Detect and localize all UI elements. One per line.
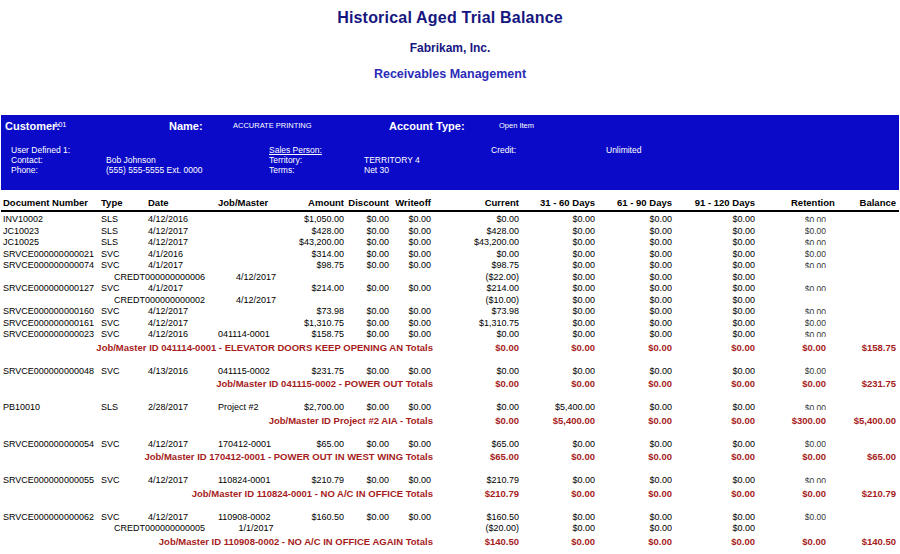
cell-d31_60: $0.00 bbox=[521, 249, 597, 261]
credit-subrow: CREDT0000000000064/12/2017($22.00)$0.00$… bbox=[1, 272, 899, 284]
column-header-d31_60: 31 - 60 Days bbox=[521, 195, 597, 210]
cell-discount: $0.00 bbox=[346, 402, 391, 414]
cell-current: ($22.00) bbox=[433, 272, 521, 284]
total-d91-120: $0.00 bbox=[674, 487, 757, 500]
total-d61-90: $0.00 bbox=[597, 450, 674, 463]
cell-d31-60: $0.00 bbox=[521, 295, 597, 307]
cell-amount: $43,200.00 bbox=[296, 237, 346, 249]
aging-table: Document NumberTypeDateJob/MasterAmountD… bbox=[1, 195, 899, 548]
cell-job bbox=[216, 306, 296, 318]
cell-current: $98.75 bbox=[433, 260, 521, 272]
total-d31-60: $0.00 bbox=[521, 487, 597, 500]
cell-doc: SRVCE000000000021 bbox=[1, 249, 99, 261]
cell-discount: $0.00 bbox=[346, 475, 391, 487]
cell-current: ($10.00) bbox=[433, 295, 521, 307]
cell-discount: $0.00 bbox=[346, 237, 391, 249]
cell-current: $43,200.00 bbox=[433, 237, 521, 249]
retention-clipped-value: $0.00 bbox=[805, 367, 826, 374]
cell-current: $0.00 bbox=[433, 402, 521, 414]
cell-date: 4/13/2016 bbox=[146, 366, 216, 378]
cell-d61-90: $0.00 bbox=[597, 272, 674, 284]
cell-balance bbox=[828, 329, 898, 341]
cell-date: 4/1/2017 bbox=[146, 283, 216, 295]
cell-d31_60: $5,400.00 bbox=[521, 402, 597, 414]
total-current: $0.00 bbox=[433, 414, 521, 427]
table-row: SRVCE000000000062SVC4/12/2017110908-0002… bbox=[1, 512, 899, 524]
cell-current: $210.79 bbox=[433, 475, 521, 487]
cell-date: 4/12/2017 bbox=[146, 512, 216, 524]
total-retention: $300.00 bbox=[757, 414, 828, 427]
table-header-row: Document NumberTypeDateJob/MasterAmountD… bbox=[1, 195, 899, 212]
cell-d31_60: $0.00 bbox=[521, 366, 597, 378]
cell-retention: $0.00 bbox=[757, 237, 828, 249]
total-balance: $65.00 bbox=[828, 450, 898, 463]
cell-retention: $0.00 bbox=[757, 306, 828, 318]
total-row: Job/Master ID 041115-0002 - POWER OUT To… bbox=[1, 377, 899, 390]
cell-balance bbox=[828, 402, 898, 414]
cell-d31-60: $0.00 bbox=[521, 523, 597, 535]
phone-label: Phone: bbox=[11, 165, 38, 175]
cell-amount: $1,310.75 bbox=[296, 318, 346, 330]
total-label: Job/Master ID 041114-0001 - ELEVATOR DOO… bbox=[1, 341, 433, 354]
cell-current: $73.98 bbox=[433, 306, 521, 318]
column-header-date: Date bbox=[146, 195, 216, 210]
cell-amount: $210.79 bbox=[296, 475, 346, 487]
table-row: JC10025SLS4/12/2017$43,200.00$0.00$0.00$… bbox=[1, 237, 899, 249]
cell-discount: $0.00 bbox=[346, 439, 391, 451]
cell-retention: $0.00 bbox=[757, 329, 828, 341]
column-header-writeoff: Writeoff bbox=[391, 195, 433, 210]
total-label: Job/Master ID 110824-0001 - NO A/C IN OF… bbox=[1, 487, 433, 500]
cell-d61_90: $0.00 bbox=[597, 329, 674, 341]
cell-amount: $1,050.00 bbox=[296, 214, 346, 226]
customer-label: Customer: bbox=[5, 120, 60, 132]
retention-clipped-value: $0.00 bbox=[805, 440, 826, 447]
cell-writeoff: $0.00 bbox=[391, 366, 433, 378]
cell-date: 4/12/2017 bbox=[146, 226, 216, 238]
cell-d91_120: $0.00 bbox=[674, 306, 757, 318]
name-label: Name: bbox=[169, 120, 203, 132]
cell-current: ($20.00) bbox=[433, 523, 521, 535]
cell-balance bbox=[828, 306, 898, 318]
cell-current: $0.00 bbox=[433, 329, 521, 341]
cell-job bbox=[216, 226, 296, 238]
table-row: SRVCE000000000048SVC4/13/2016041115-0002… bbox=[1, 366, 899, 378]
cell-current: $0.00 bbox=[433, 249, 521, 261]
cell-d91_120: $0.00 bbox=[674, 260, 757, 272]
cell-writeoff: $0.00 bbox=[391, 475, 433, 487]
cell-doc: SRVCE000000000127 bbox=[1, 283, 99, 295]
cell-type: SLS bbox=[99, 226, 146, 238]
cell-writeoff: $0.00 bbox=[391, 237, 433, 249]
cell-doc: SRVCE000000000055 bbox=[1, 475, 99, 487]
table-row: INV10002SLS4/12/2016$1,050.00$0.00$0.00$… bbox=[1, 214, 899, 226]
cell-amount: $214.00 bbox=[296, 283, 346, 295]
cell-writeoff: $0.00 bbox=[391, 318, 433, 330]
retention-clipped-value: $0.00 bbox=[805, 250, 826, 257]
report-title: Historical Aged Trial Balance bbox=[0, 9, 900, 27]
account-type-value: Open Item bbox=[499, 121, 534, 130]
cell-type: SLS bbox=[99, 214, 146, 226]
total-d61-90: $0.00 bbox=[597, 377, 674, 390]
cell-date: 4/12/2017 bbox=[146, 237, 216, 249]
cell-retention: $0.00 bbox=[757, 260, 828, 272]
cell-credit-date: 4/12/2017 bbox=[216, 272, 296, 284]
cell-d31_60: $0.00 bbox=[521, 283, 597, 295]
cell-current: $160.50 bbox=[433, 512, 521, 524]
cell-d31_60: $0.00 bbox=[521, 260, 597, 272]
cell-d91-120: $0.00 bbox=[674, 272, 757, 284]
cell-doc: PB10010 bbox=[1, 402, 99, 414]
cell-job: 110824-0001 bbox=[216, 475, 296, 487]
cell-d31_60: $0.00 bbox=[521, 439, 597, 451]
total-retention: $0.00 bbox=[757, 450, 828, 463]
cell-balance bbox=[828, 512, 898, 524]
total-balance: $140.50 bbox=[828, 535, 898, 548]
cell-writeoff: $0.00 bbox=[391, 439, 433, 451]
cell-date: 4/1/2017 bbox=[146, 260, 216, 272]
cell-d31-60: $0.00 bbox=[521, 272, 597, 284]
cell-d31_60: $0.00 bbox=[521, 226, 597, 238]
cell-type: SVC bbox=[99, 329, 146, 341]
cell-d91-120: $0.00 bbox=[674, 523, 757, 535]
cell-balance bbox=[828, 283, 898, 295]
total-current: $210.79 bbox=[433, 487, 521, 500]
terms-label: Terms: bbox=[269, 165, 295, 175]
table-row: JC10023SLS4/12/2017$428.00$0.00$0.00$428… bbox=[1, 226, 899, 238]
